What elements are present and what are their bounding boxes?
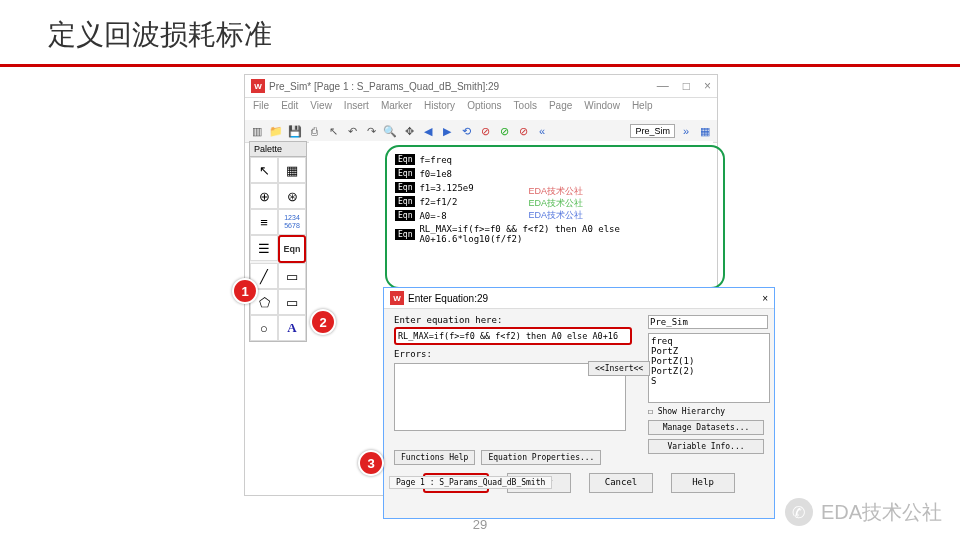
- page-number: 29: [473, 517, 487, 532]
- canvas[interactable]: Eqnf=freq Eqnf0=1e8 Eqnf1=3.125e9 Eqnf2=…: [309, 141, 713, 491]
- list-item[interactable]: S: [651, 376, 767, 386]
- redo-icon[interactable]: ↷: [363, 123, 379, 139]
- menu-help[interactable]: Help: [632, 100, 653, 118]
- watermark: EDA技术公社 EDA技术公社 EDA技术公社: [528, 185, 583, 221]
- next-page-icon[interactable]: »: [678, 123, 694, 139]
- equation-group: Eqnf=freq Eqnf0=1e8 Eqnf1=3.125e9 Eqnf2=…: [385, 145, 725, 289]
- manage-datasets-button[interactable]: Manage Datasets...: [648, 420, 764, 435]
- variable-list[interactable]: freq PortZ PortZ(1) PortZ(2) S: [648, 333, 770, 403]
- minimize-icon[interactable]: —: [657, 79, 669, 93]
- eq-text: RL_MAX=if(f>=f0 && f<f2) then A0 else A0…: [419, 224, 715, 244]
- stop2-icon[interactable]: ⊘: [515, 123, 531, 139]
- tool-numbers[interactable]: 12345678: [278, 209, 306, 235]
- eqn-tag-icon: Eqn: [395, 168, 415, 179]
- refresh-icon[interactable]: ⟲: [458, 123, 474, 139]
- eq-row[interactable]: EqnRL_MAX=if(f>=f0 && f<f2) then A0 else…: [395, 224, 715, 244]
- dialog-title: Enter Equation:29: [408, 293, 488, 304]
- callout-3: 3: [358, 450, 384, 476]
- dataset-selector[interactable]: Pre_Sim: [648, 315, 768, 329]
- eq-text: f2=f1/2: [419, 197, 457, 207]
- tool-smith[interactable]: ⊕: [250, 183, 278, 209]
- pan-icon[interactable]: ✥: [401, 123, 417, 139]
- menu-options[interactable]: Options: [467, 100, 501, 118]
- eq-row[interactable]: Eqnf0=1e8: [395, 168, 715, 179]
- eqn-tag-icon: Eqn: [395, 229, 415, 240]
- eq-text: f1=3.125e9: [419, 183, 473, 193]
- tool-stack[interactable]: ≡: [250, 209, 278, 235]
- menu-tools[interactable]: Tools: [514, 100, 537, 118]
- tool-equation[interactable]: Eqn: [278, 235, 306, 263]
- prev-page-icon[interactable]: «: [534, 123, 550, 139]
- show-hierarchy-checkbox[interactable]: ☐ Show Hierarchy: [648, 407, 764, 416]
- cursor-icon[interactable]: ↖: [325, 123, 341, 139]
- help-button[interactable]: Help: [671, 473, 735, 493]
- tool-rect[interactable]: ▭: [278, 263, 306, 289]
- menu-edit[interactable]: Edit: [281, 100, 298, 118]
- tool-list[interactable]: ☰: [250, 235, 278, 261]
- dialog-titlebar: W Enter Equation:29 ×: [384, 288, 774, 309]
- nav-next-icon[interactable]: ▶: [439, 123, 455, 139]
- app-window: W Pre_Sim* [Page 1 : S_Params_Quad_dB_Sm…: [244, 74, 718, 496]
- menu-history[interactable]: History: [424, 100, 455, 118]
- palette: Palette ↖ ▦ ⊕ ⊛ ≡ 12345678 ☰ Eqn ╱ ▭ ⬠ ▭…: [249, 141, 307, 342]
- list-item[interactable]: PortZ(1): [651, 356, 767, 366]
- grid-icon[interactable]: ▦: [697, 123, 713, 139]
- dialog-close-icon[interactable]: ×: [762, 293, 768, 304]
- menu-page[interactable]: Page: [549, 100, 572, 118]
- palette-header: Palette: [250, 142, 306, 157]
- menu-insert[interactable]: Insert: [344, 100, 369, 118]
- titlebar: W Pre_Sim* [Page 1 : S_Params_Quad_dB_Sm…: [245, 75, 717, 98]
- brand-text: EDA技术公社: [821, 499, 942, 526]
- app-icon: W: [251, 79, 265, 93]
- cancel-button[interactable]: Cancel: [589, 473, 653, 493]
- eqn-tag-icon: Eqn: [395, 210, 415, 221]
- zoom-icon[interactable]: 🔍: [382, 123, 398, 139]
- menu-file[interactable]: File: [253, 100, 269, 118]
- wechat-icon: ✆: [785, 498, 813, 526]
- menubar[interactable]: File Edit View Insert Marker History Opt…: [245, 98, 717, 120]
- menu-view[interactable]: View: [310, 100, 332, 118]
- eq-row[interactable]: Eqnf=freq: [395, 154, 715, 165]
- maximize-icon[interactable]: □: [683, 79, 690, 93]
- stop1-icon[interactable]: ⊘: [477, 123, 493, 139]
- title-divider: [0, 64, 960, 67]
- nav-prev-icon[interactable]: ◀: [420, 123, 436, 139]
- print-icon[interactable]: ⎙: [306, 123, 322, 139]
- variable-info-button[interactable]: Variable Info...: [648, 439, 764, 454]
- equation-properties-button[interactable]: Equation Properties...: [481, 450, 601, 465]
- eqn-tag-icon: Eqn: [395, 196, 415, 207]
- slide-title: 定义回波损耗标准: [0, 0, 960, 64]
- eq-text: A0=-8: [419, 211, 446, 221]
- dialog-icon: W: [390, 291, 404, 305]
- tool-cursor[interactable]: ↖: [250, 157, 278, 183]
- tool-circle[interactable]: ○: [250, 315, 278, 341]
- save-icon[interactable]: 💾: [287, 123, 303, 139]
- insert-button[interactable]: <<Insert<<: [588, 361, 650, 376]
- callout-2: 2: [310, 309, 336, 335]
- eqn-tag-icon: Eqn: [395, 154, 415, 165]
- window-title: Pre_Sim* [Page 1 : S_Params_Quad_dB_Smit…: [269, 81, 499, 92]
- tool-text[interactable]: A: [278, 315, 306, 341]
- page-tab[interactable]: Page 1 : S_Params_Quad_dB_Smith: [389, 476, 552, 489]
- tool-rect2[interactable]: ▭: [278, 289, 306, 315]
- menu-marker[interactable]: Marker: [381, 100, 412, 118]
- tool-grid[interactable]: ▦: [278, 157, 306, 183]
- eqn-tag-icon: Eqn: [395, 182, 415, 193]
- run-icon[interactable]: ⊘: [496, 123, 512, 139]
- open-icon[interactable]: 📁: [268, 123, 284, 139]
- list-item[interactable]: PortZ: [651, 346, 767, 356]
- undo-icon[interactable]: ↶: [344, 123, 360, 139]
- new-icon[interactable]: ▥: [249, 123, 265, 139]
- menu-window[interactable]: Window: [584, 100, 620, 118]
- callout-1: 1: [232, 278, 258, 304]
- equation-input[interactable]: [394, 327, 632, 345]
- list-item[interactable]: freq: [651, 336, 767, 346]
- window-buttons[interactable]: —□×: [657, 79, 711, 93]
- list-item[interactable]: PortZ(2): [651, 366, 767, 376]
- eq-text: f=freq: [419, 155, 452, 165]
- tool-polar[interactable]: ⊛: [278, 183, 306, 209]
- eq-text: f0=1e8: [419, 169, 452, 179]
- functions-help-button[interactable]: Functions Help: [394, 450, 475, 465]
- doc-selector[interactable]: Pre_Sim: [630, 124, 675, 138]
- close-icon[interactable]: ×: [704, 79, 711, 93]
